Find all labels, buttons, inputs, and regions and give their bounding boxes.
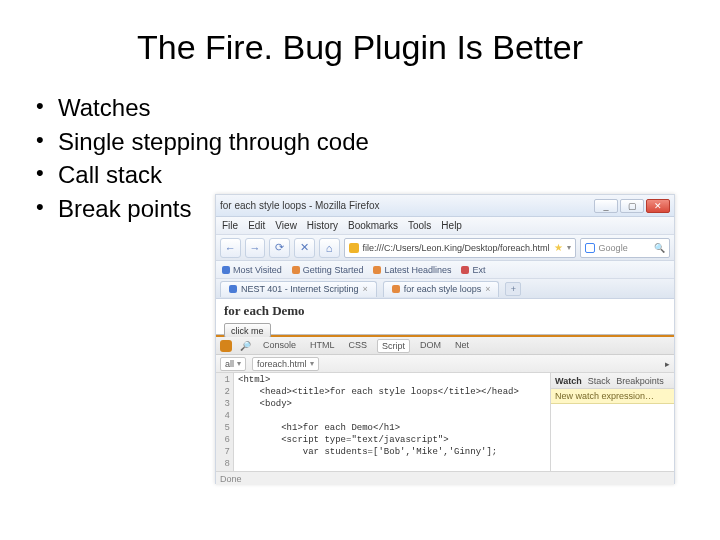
bookmark-label: Ext (472, 265, 485, 275)
bookmark-label: Getting Started (303, 265, 364, 275)
new-tab-button[interactable]: + (505, 282, 521, 296)
bookmark-latest-headlines[interactable]: Latest Headlines (373, 265, 451, 275)
side-tab-breakpoints[interactable]: Breakpoints (616, 376, 664, 386)
bullet-item: Watches (36, 91, 720, 125)
bookmarks-bar: Most Visited Getting Started Latest Head… (216, 261, 674, 279)
search-input[interactable]: Google 🔍 (580, 238, 670, 258)
stop-button[interactable]: ✕ (294, 238, 315, 258)
folder-icon (222, 266, 230, 274)
firebug-tab-net[interactable]: Net (451, 339, 473, 353)
file-label: foreach.html (257, 359, 307, 369)
menu-help[interactable]: Help (441, 220, 462, 231)
nav-toolbar: ← → ⟳ ✕ ⌂ file:///C:/Users/Leon.King/Des… (216, 235, 674, 261)
side-tab-stack[interactable]: Stack (588, 376, 611, 386)
bookmark-most-visited[interactable]: Most Visited (222, 265, 282, 275)
line-gutter: 1 2 3 4 5 6 7 8 9 10 (216, 373, 234, 471)
side-tab-watch[interactable]: Watch (555, 376, 582, 386)
url-dropdown-icon[interactable]: ▾ (567, 243, 571, 252)
script-file-select[interactable]: foreach.html ▾ (252, 357, 319, 371)
embedded-screenshot: for each style loops - Mozilla Firefox _… (215, 194, 675, 484)
tab-foreach[interactable]: for each style loops × (383, 281, 500, 297)
slide-title: The Fire. Bug Plugin Is Better (0, 0, 720, 91)
page-icon (292, 266, 300, 274)
bookmark-getting-started[interactable]: Getting Started (292, 265, 364, 275)
menu-edit[interactable]: Edit (248, 220, 265, 231)
window-title: for each style loops - Mozilla Firefox (220, 200, 380, 211)
menubar: File Edit View History Bookmarks Tools H… (216, 217, 674, 235)
back-button[interactable]: ← (220, 238, 241, 258)
ext-icon (461, 266, 469, 274)
bookmark-ext[interactable]: Ext (461, 265, 485, 275)
menu-tools[interactable]: Tools (408, 220, 431, 231)
chevron-down-icon: ▾ (310, 359, 314, 368)
firebug-tab-console[interactable]: Console (259, 339, 300, 353)
bullet-item: Single stepping through code (36, 125, 720, 159)
firebug-toolbar: 🔎 Console HTML CSS Script DOM Net (216, 337, 674, 355)
window-titlebar: for each style loops - Mozilla Firefox _… (216, 195, 674, 217)
filter-label: all (225, 359, 234, 369)
new-watch-input[interactable]: New watch expression… (551, 389, 674, 404)
search-icon[interactable]: 🔍 (654, 243, 665, 253)
favicon-icon (349, 243, 359, 253)
firebug-tab-dom[interactable]: DOM (416, 339, 445, 353)
tab-strip: NEST 401 - Internet Scripting × for each… (216, 279, 674, 299)
menu-bookmarks[interactable]: Bookmarks (348, 220, 398, 231)
page-heading: for each Demo (224, 303, 666, 319)
status-bar: Done (216, 471, 674, 485)
maximize-button[interactable]: ▢ (620, 199, 644, 213)
close-button[interactable]: ✕ (646, 199, 670, 213)
tab-close-icon[interactable]: × (485, 284, 490, 294)
rss-icon (373, 266, 381, 274)
bookmark-label: Latest Headlines (384, 265, 451, 275)
menu-file[interactable]: File (222, 220, 238, 231)
home-button[interactable]: ⌂ (319, 238, 340, 258)
google-icon (585, 243, 595, 253)
inspect-icon[interactable]: 🔎 (240, 341, 251, 351)
bullet-item: Call stack (36, 158, 720, 192)
firebug-sourcebar: all ▾ foreach.html ▾ ▸ (216, 355, 674, 373)
url-text: file:///C:/Users/Leon.King/Desktop/forea… (363, 243, 550, 253)
menu-view[interactable]: View (275, 220, 297, 231)
tab-favicon-icon (229, 285, 237, 293)
tab-favicon-icon (392, 285, 400, 293)
tab-close-icon[interactable]: × (362, 284, 367, 294)
bookmark-star-icon[interactable]: ★ (554, 242, 563, 253)
page-content: for each Demo click me (216, 299, 674, 335)
firebug-tab-script[interactable]: Script (377, 339, 410, 353)
menu-history[interactable]: History (307, 220, 338, 231)
code-lines: <html> <head><title>for each style loops… (234, 373, 523, 471)
chevron-down-icon: ▾ (237, 359, 241, 368)
minimize-button[interactable]: _ (594, 199, 618, 213)
tab-label: NEST 401 - Internet Scripting (241, 284, 358, 294)
code-view[interactable]: 1 2 3 4 5 6 7 8 9 10 <html> <head><title… (216, 373, 550, 471)
firebug-panel: 🔎 Console HTML CSS Script DOM Net all ▾ … (216, 335, 674, 485)
url-input[interactable]: file:///C:/Users/Leon.King/Desktop/forea… (344, 238, 576, 258)
forward-button[interactable]: → (245, 238, 266, 258)
search-placeholder: Google (599, 243, 628, 253)
firebug-side-panel: Watch Stack Breakpoints New watch expres… (550, 373, 674, 471)
step-controls-icon[interactable]: ▸ (665, 359, 670, 369)
firebug-tab-html[interactable]: HTML (306, 339, 339, 353)
firebug-tab-css[interactable]: CSS (345, 339, 372, 353)
firebug-icon[interactable] (220, 340, 232, 352)
clickme-button[interactable]: click me (224, 323, 271, 338)
reload-button[interactable]: ⟳ (269, 238, 290, 258)
script-filter-select[interactable]: all ▾ (220, 357, 246, 371)
tab-nest401[interactable]: NEST 401 - Internet Scripting × (220, 281, 377, 297)
tab-label: for each style loops (404, 284, 482, 294)
bookmark-label: Most Visited (233, 265, 282, 275)
